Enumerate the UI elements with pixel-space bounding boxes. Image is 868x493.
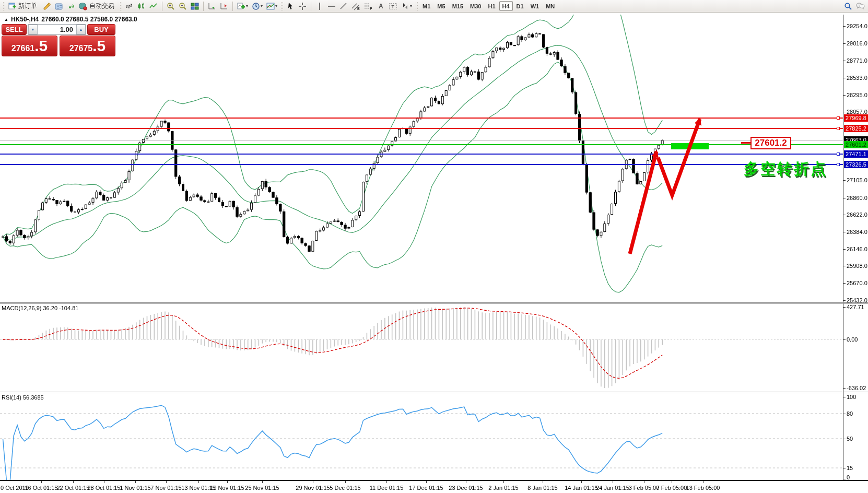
hline-27471.1[interactable] xyxy=(0,154,843,155)
chart-canvas[interactable] xyxy=(0,13,868,493)
hline-endpoint-marker[interactable] xyxy=(837,127,840,130)
pivot-annotation-text[interactable]: 多空转折点 xyxy=(744,159,827,180)
periods-button[interactable]: ▾ xyxy=(250,1,264,11)
timeframe-m15[interactable]: M15 xyxy=(449,1,466,11)
toolbar-grip[interactable] xyxy=(120,2,122,11)
svg-text:T: T xyxy=(392,4,395,9)
profile-button[interactable] xyxy=(53,1,65,11)
zoom-out-button[interactable] xyxy=(177,1,189,11)
hline-price-label: 27471.1 xyxy=(844,150,868,158)
sell-price-button[interactable]: 27661 .5 xyxy=(2,36,57,56)
chart-shift-button[interactable] xyxy=(218,1,230,11)
time-axis-label: 13 Feb 05:00 xyxy=(686,485,720,491)
buy-button[interactable]: BUY xyxy=(87,24,115,35)
time-axis-label: 22 Oct 01:15 xyxy=(57,485,90,491)
pane-separator[interactable] xyxy=(0,303,868,304)
chart-ohlc: 27660.0 27680.5 27586.0 27663.0 xyxy=(41,16,137,23)
text-button[interactable]: A xyxy=(375,1,386,11)
svg-text:A: A xyxy=(379,3,383,10)
timeframe-w1[interactable]: W1 xyxy=(527,1,543,11)
time-axis-label: 16 Oct 01:15 xyxy=(25,485,58,491)
horizontal-line-button[interactable] xyxy=(326,1,337,11)
toolbar-grip[interactable] xyxy=(3,2,5,11)
equidistant-channel-button[interactable]: E xyxy=(350,1,362,11)
chart-area[interactable]: ▲ HK50-,H4 27660.0 27680.5 27586.0 27663… xyxy=(0,13,868,493)
toolbar-grip[interactable] xyxy=(415,2,418,11)
time-axis-label: 29 Nov 01:15 xyxy=(296,485,330,491)
volume-input[interactable] xyxy=(38,25,76,34)
toolbar-grip[interactable] xyxy=(280,2,283,11)
time-axis-label: 1 Nov 01:15 xyxy=(120,485,150,491)
rsi-axis-label: 80 xyxy=(847,410,853,417)
add-indicator-button[interactable]: ▾ xyxy=(236,1,250,11)
price-tick-label: 26622.0 xyxy=(847,212,867,218)
metaeditor-button[interactable] xyxy=(41,1,53,11)
hline-27326.5[interactable] xyxy=(0,164,843,165)
cursor-icon xyxy=(287,2,294,10)
trendline-button[interactable] xyxy=(338,1,349,11)
macd-axis-label: 0.00 xyxy=(847,336,858,343)
add-indicator-dropdown[interactable]: ▾ xyxy=(246,4,248,8)
pane-separator[interactable] xyxy=(0,392,868,392)
time-axis-label: 24 Jan 01:15 xyxy=(596,485,629,491)
arrows-button[interactable]: ▾ xyxy=(400,1,414,11)
timeframe-mn[interactable]: MN xyxy=(543,1,558,11)
rsi-label: RSI(14) 56.3685 xyxy=(2,394,44,401)
arrows-dropdown[interactable]: ▾ xyxy=(410,4,412,8)
hline-27825.2[interactable] xyxy=(0,128,843,129)
pane-separator[interactable] xyxy=(0,302,868,303)
sell-price-main: 27661 xyxy=(11,44,35,53)
hline-endpoint-marker[interactable] xyxy=(837,116,840,120)
timeframe-h1[interactable]: H1 xyxy=(485,1,498,11)
crosshair-button[interactable] xyxy=(297,1,308,11)
timeframe-d1[interactable]: D1 xyxy=(513,1,527,11)
buy-price-button[interactable]: 27675 .5 xyxy=(60,36,115,56)
rsi-axis-label: 15 xyxy=(847,465,853,471)
new-order-button[interactable]: 新订单 xyxy=(7,1,41,11)
highlight-rectangle[interactable] xyxy=(671,143,709,149)
hline-27969.8[interactable] xyxy=(0,118,843,119)
cursor-button[interactable] xyxy=(285,1,296,11)
time-axis-label: 5 Dec 01:15 xyxy=(330,485,360,491)
chart-shift-icon xyxy=(220,2,228,10)
autotrading-button[interactable]: 自动交易 xyxy=(77,1,118,11)
timeframe-m30[interactable]: M30 xyxy=(467,1,484,11)
price-tick-label: 26146.0 xyxy=(847,246,867,252)
price-tag-label[interactable]: 27601.2 xyxy=(750,137,791,149)
vertical-line-button[interactable] xyxy=(314,1,325,11)
toolbar: 新订单 自动交易 xyxy=(0,0,868,13)
volume-stepper: ▼ ▲ xyxy=(28,24,86,35)
hline-endpoint-marker[interactable] xyxy=(837,152,840,156)
periods-dropdown[interactable]: ▾ xyxy=(261,4,263,8)
candlestick-button[interactable] xyxy=(136,1,147,11)
hline-27663.0[interactable] xyxy=(0,140,843,140)
timeframe-group: M1M5M15M30H1H4D1W1MN xyxy=(419,1,558,11)
bar-chart-button[interactable] xyxy=(124,1,135,11)
templates-dropdown[interactable]: ▾ xyxy=(275,4,277,8)
hline-endpoint-marker[interactable] xyxy=(837,163,840,166)
templates-button[interactable]: ▾ xyxy=(265,1,279,11)
timeframe-m5[interactable]: M5 xyxy=(434,1,448,11)
autoscroll-button[interactable] xyxy=(206,1,218,11)
line-chart-button[interactable] xyxy=(148,1,159,11)
fibonacci-button[interactable]: F xyxy=(362,1,374,11)
tile-windows-button[interactable] xyxy=(189,1,201,11)
volume-increase-button[interactable]: ▲ xyxy=(76,25,86,34)
signals-button[interactable] xyxy=(65,1,77,11)
search-button[interactable] xyxy=(842,1,854,11)
volume-decrease-button[interactable]: ▼ xyxy=(28,25,38,34)
chat-button[interactable] xyxy=(854,1,866,11)
text-icon: A xyxy=(377,2,384,10)
text-label-icon: T xyxy=(389,2,397,10)
pane-separator[interactable] xyxy=(0,393,868,393)
timeframe-m1[interactable]: M1 xyxy=(419,1,433,11)
sell-button[interactable]: SELL xyxy=(2,24,27,35)
zoom-in-button[interactable] xyxy=(165,1,177,11)
hline-price-label: 27601.2 xyxy=(844,141,868,148)
one-click-trading-panel: SELL ▼ ▲ BUY 27661 .5 27675 .5 xyxy=(2,24,115,56)
hline-27601.2[interactable] xyxy=(0,144,843,145)
timeframe-h4[interactable]: H4 xyxy=(499,1,513,11)
text-label-button[interactable]: T xyxy=(387,1,399,11)
time-axis-label: 2 Jan 01:15 xyxy=(488,485,519,491)
macd-label: MACD(12,26,9) 36.20 -104.81 xyxy=(2,305,78,311)
